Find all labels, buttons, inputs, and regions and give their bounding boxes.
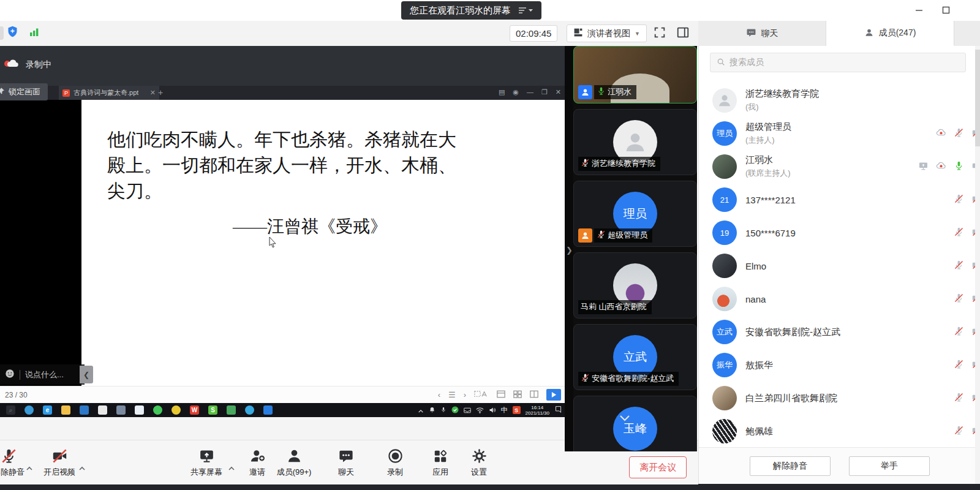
member-name: 超级管理员 [745,121,936,133]
search-placeholder: 搜索成员 [729,57,764,68]
normal-view-icon[interactable] [497,390,505,400]
task-view-icon[interactable] [24,405,34,415]
mic-icon[interactable] [440,405,447,416]
member-row[interactable]: Elmo [699,249,980,282]
member-row[interactable]: 白兰弟四川省歌舞剧院 [699,382,980,415]
member-row[interactable]: 立武安徽省歌舞剧院-赵立武 [699,315,980,349]
watching-banner[interactable]: 您正在观看江弱水的屏幕 [401,1,541,20]
bell-icon[interactable] [429,405,435,416]
unmute-button[interactable]: 解除静音 [750,456,831,476]
video-tile[interactable]: 理员超级管理员 [573,181,697,247]
tray-inbox-icon[interactable] [464,405,471,416]
volume-icon[interactable] [489,405,496,416]
leave-meeting-button[interactable]: 离开会议 [629,456,687,478]
file-explorer-icon[interactable] [61,405,70,415]
video-options-chevron[interactable] [78,462,86,473]
telegram-icon[interactable] [245,405,254,415]
close-icon[interactable]: ✕ [556,88,561,96]
wechat-icon[interactable] [153,405,162,415]
banner-menu-icon[interactable] [518,7,533,13]
security-dot-icon[interactable] [451,405,459,416]
scrollbar-thumb[interactable] [975,50,980,146]
app-ring-icon[interactable] [98,405,107,415]
participant-name: 浙艺继续教育学院 [592,158,655,169]
slide-list-icon[interactable]: ☰ [448,390,456,399]
member-row[interactable]: 江弱水(联席主持人) [699,150,980,183]
wifi-icon[interactable] [476,405,484,416]
view-mode-dropdown[interactable]: 演讲者视图 ▼ [567,24,647,42]
ie-browser-icon[interactable]: e [43,405,52,415]
prev-slide-icon[interactable]: ‹ [438,390,440,399]
new-tab-icon[interactable]: + [158,88,163,97]
security-shield-icon[interactable] [6,25,19,40]
collapse-videos-icon[interactable]: ❯ [566,246,573,255]
video-tile[interactable]: 玉峰 [573,396,697,451]
ime-indicator[interactable]: 中 [501,405,508,415]
maximize-icon[interactable]: ❐ [541,88,548,96]
side-panel-toggle-icon[interactable] [676,26,690,42]
search-icon[interactable]: ⌕ [6,405,15,415]
fullscreen-icon[interactable] [653,26,666,42]
member-row[interactable]: 鲍佩雄 [699,415,980,448]
raise-hand-button[interactable]: 举手 [849,456,930,476]
assistant-icon[interactable]: ◉ [513,88,519,96]
emoji-icon[interactable] [5,369,15,380]
wps-document-tab[interactable]: P 古典诗词与蒙太奇.ppt ✕ [59,86,159,100]
split-view-icon[interactable] [530,390,538,400]
tab-members[interactable]: 成员(247) [826,21,954,46]
share-options-chevron[interactable] [228,462,235,473]
gear-icon [459,447,499,464]
laptop-app-icon[interactable] [116,405,126,415]
panel-scrollbar[interactable] [975,46,980,484]
member-person-icon [864,28,874,39]
chat-collapse-button[interactable]: ❮ [80,366,93,383]
tab-chat[interactable]: 聊天 [698,21,826,46]
notification-center-icon[interactable] [554,405,562,416]
record-button[interactable]: 录制 [375,447,415,478]
slideshow-play-button[interactable] [546,389,561,401]
video-tile[interactable]: 浙艺继续教育学院 [573,109,697,175]
shield-av-icon[interactable] [227,405,236,415]
participant-name: 超级管理员 [608,230,647,241]
member-row[interactable]: 21137****2121 [699,183,980,216]
grid-view-icon[interactable] [513,390,522,400]
next-slide-icon[interactable]: › [464,390,466,399]
member-row[interactable]: 19150****6719 [699,216,980,249]
member-row[interactable]: 浙艺继续教育学院(我) [699,84,980,117]
wps-icon[interactable]: W [190,405,199,415]
chrome-icon[interactable] [172,405,181,415]
share-screen-button[interactable]: 共享屏幕 [180,447,233,478]
app-box-icon[interactable]: ◌ [135,405,144,415]
members-button[interactable]: 成员(99+) [271,447,317,478]
video-tile[interactable]: 江弱水 [573,46,697,104]
member-row[interactable]: 理员超级管理员(主持人) [699,117,980,150]
clipped-toolbar-icon [0,26,4,40]
reading-view-icon[interactable]: ▤ [499,88,505,96]
lock-view-button[interactable]: 锁定画面 [0,83,48,100]
video-tile[interactable]: 立武安徽省歌舞剧院-赵立武 [573,324,697,390]
member-search-input[interactable]: 搜索成员 [710,53,966,72]
maximize-icon[interactable] [940,4,952,16]
chat-button[interactable]: 聊天 [326,447,366,478]
select-tool-icon[interactable] [474,390,489,400]
mic-muted-icon [954,359,964,372]
meeting-app-window: 您正在观看江弱水的屏幕 02:09:45 [0,0,980,490]
member-row[interactable]: nana [699,282,980,315]
avatar [712,287,737,311]
member-row[interactable]: 振华敖振华 [699,349,980,382]
screen-chat-input[interactable]: 说点什么... [0,364,85,385]
chevron-up-icon[interactable] [418,405,424,416]
bluestacks-icon[interactable] [263,405,273,415]
sogou-icon[interactable]: S [513,406,521,414]
apps-button[interactable]: 应用 [420,447,461,478]
settings-button[interactable]: 设置 [459,447,499,478]
network-signal-icon[interactable] [29,26,40,40]
tab-close-icon[interactable]: ✕ [150,89,156,97]
minimize-icon[interactable] [913,4,925,16]
flash-icon[interactable]: S [208,405,217,415]
minimize-icon[interactable]: — [527,88,533,96]
chevron-down-icon[interactable] [616,413,634,424]
mail-icon[interactable] [80,405,89,415]
mic-options-chevron[interactable] [26,462,33,473]
video-tile[interactable]: 马莉 山西省京剧院 [573,252,697,318]
